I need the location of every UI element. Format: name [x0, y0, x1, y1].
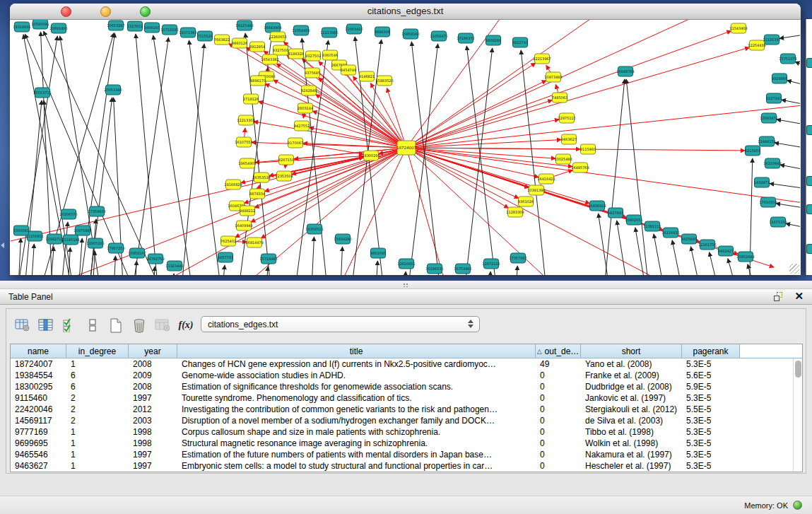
graph-node[interactable]: 12093872 — [760, 113, 777, 123]
graph-node[interactable]: 9170067 — [288, 138, 303, 148]
graph-node[interactable]: 10196372 — [457, 33, 474, 43]
graph-node[interactable]: 20053346 — [104, 85, 122, 95]
graph-node[interactable]: 16836914 — [588, 201, 606, 211]
graph-node[interactable]: 9463627 — [561, 134, 577, 144]
graph-node[interactable]: 9329966 — [772, 74, 787, 83]
panel-splitter[interactable] — [0, 281, 812, 289]
graph-node[interactable]: 19318831 — [13, 22, 30, 32]
graph-node[interactable]: 12353504 — [275, 171, 293, 181]
graph-node[interactable]: 8912954 — [249, 42, 265, 52]
graph-node[interactable]: 9498222 — [240, 206, 255, 216]
graph-node[interactable]: 7663822 — [214, 35, 230, 45]
graph-node[interactable]: 11145194 — [61, 235, 79, 245]
graph-node[interactable]: 16116835 — [661, 228, 679, 238]
graph-node[interactable]: 12161756 — [698, 240, 716, 250]
graph-node[interactable]: 11058475 — [430, 31, 447, 41]
graph-node[interactable]: 17359938 — [88, 206, 105, 216]
graph-node[interactable]: 17357067 — [509, 253, 526, 263]
graph-node[interactable]: 9427893 — [608, 208, 623, 218]
graph-node[interactable]: 12213303 — [237, 115, 254, 125]
graph-node[interactable]: 10590091 — [31, 20, 49, 29]
graph-node[interactable]: 9860126 — [232, 38, 247, 48]
graph-node[interactable]: 8350081 — [13, 226, 29, 235]
table-row[interactable]: 1456911722003Disruption of a novel membe… — [11, 415, 793, 426]
column-header-short[interactable]: short — [581, 344, 682, 358]
graph-node[interactable]: 9327502 — [305, 51, 321, 61]
graph-node[interactable]: 17957253 — [107, 243, 124, 253]
graph-node[interactable]: 10719195 — [160, 25, 178, 35]
table-gear-icon[interactable] — [12, 316, 33, 334]
graph-node[interactable]: 20206576 — [59, 209, 77, 219]
graph-node[interactable]: 16409948 — [235, 221, 252, 230]
graph-node[interactable]: 16753466 — [454, 264, 471, 274]
graph-node[interactable]: 2803144 — [298, 103, 313, 113]
graph-node[interactable]: 9427552 — [294, 121, 310, 131]
delete-table-icon[interactable] — [152, 316, 173, 334]
splitter-handle-icon[interactable] — [403, 283, 409, 287]
graph-node[interactable]: 1432971 — [754, 177, 770, 187]
graph-node[interactable]: 19166829 — [224, 180, 242, 189]
trash-icon[interactable] — [129, 316, 150, 334]
graph-node[interactable]: 19125448 — [235, 21, 253, 30]
graph-node[interactable]: 9482427 — [718, 246, 734, 256]
graph-node[interactable]: 9896170 — [250, 76, 266, 86]
graph-node[interactable]: 11054408 — [292, 25, 310, 35]
graph-node[interactable]: 1327602 — [127, 21, 143, 31]
graph-node[interactable]: 9360546 — [322, 50, 338, 60]
graph-node[interactable]: 12213985 — [320, 28, 338, 37]
graph-node[interactable]: 12254439 — [748, 40, 765, 50]
graph-node[interactable] — [806, 244, 812, 254]
graph-node[interactable]: 11323448 — [165, 261, 183, 271]
graph-node[interactable]: 7625402 — [220, 236, 236, 246]
graph-node[interactable]: 9822741 — [512, 37, 528, 47]
new-document-icon[interactable] — [105, 316, 126, 334]
graph-node[interactable]: 2718126 — [243, 94, 259, 104]
window-resize-grip[interactable] — [789, 264, 799, 274]
graph-node[interactable]: 15883520 — [375, 76, 393, 86]
graph-node[interactable]: 9457791 — [218, 252, 233, 262]
network-view-window[interactable]: citations_edges.txt 18724007193188311059… — [10, 4, 801, 275]
graph-hub-node[interactable]: 18724007 — [396, 141, 416, 155]
panel-collapse-arrow-icon[interactable] — [1, 243, 4, 248]
graph-node[interactable] — [806, 58, 812, 68]
table-row[interactable]: 946554611997Estimation of the future num… — [11, 449, 793, 460]
graph-node[interactable]: 16210643 — [763, 158, 781, 168]
graph-node[interactable]: 11543408 — [729, 23, 747, 33]
graph-node[interactable]: 12942717 — [45, 234, 63, 244]
graph-node[interactable]: 9361026 — [518, 197, 534, 206]
graph-node[interactable]: 10653287 — [107, 21, 124, 30]
graph-node[interactable]: 16495769 — [571, 163, 589, 173]
graph-node[interactable]: 9886306 — [375, 27, 390, 37]
table-vertical-scrollbar[interactable] — [793, 358, 802, 472]
network-canvas[interactable]: 1872400719318831105900912069140610653287… — [11, 20, 800, 275]
column-header-name[interactable]: name — [11, 344, 66, 358]
graph-node[interactable]: 9227343 — [766, 93, 782, 103]
graph-node[interactable]: 10025488 — [554, 154, 572, 164]
scrollbar-thumb[interactable] — [795, 361, 801, 378]
graph-node[interactable] — [806, 125, 812, 135]
graph-node[interactable]: 9425895 — [681, 234, 697, 244]
graph-node[interactable]: 9861045 — [370, 248, 386, 258]
table-selector-dropdown[interactable]: citations_edges.txt — [201, 316, 480, 332]
graph-node[interactable]: 18358521 — [305, 224, 323, 234]
graph-node[interactable]: 10391396 — [527, 185, 545, 195]
graph-node[interactable]: 11003416 — [345, 24, 363, 34]
table-row[interactable]: 911546021997Tourette syndrome. Phenomeno… — [11, 392, 793, 404]
graph-node[interactable]: 17016504 — [759, 197, 777, 207]
graph-node[interactable]: 8878334 — [249, 189, 265, 199]
graph-node[interactable]: 7485063 — [552, 93, 567, 103]
function-icon[interactable]: f(x) — [175, 316, 196, 334]
close-panel-icon[interactable]: ✕ — [794, 290, 804, 303]
graph-node[interactable]: 18071363 — [179, 28, 196, 37]
graph-node[interactable]: 11381111 — [643, 221, 661, 231]
table-row[interactable]: 1938455462009Genome-wide association stu… — [11, 370, 793, 381]
graph-node[interactable]: 10802651 — [625, 215, 642, 225]
graph-node[interactable] — [806, 204, 812, 214]
graph-node[interactable]: 11675333 — [769, 217, 787, 227]
graph-node[interactable]: 7515526 — [197, 31, 213, 41]
graph-node[interactable]: 15718485 — [259, 254, 277, 264]
graph-node[interactable]: 18300295 — [362, 151, 379, 160]
table-row[interactable]: 1872400712008Changes of HCN gene express… — [11, 358, 793, 370]
checkboxes-icon[interactable] — [59, 316, 80, 334]
background-window-sliver[interactable] — [806, 19, 812, 275]
